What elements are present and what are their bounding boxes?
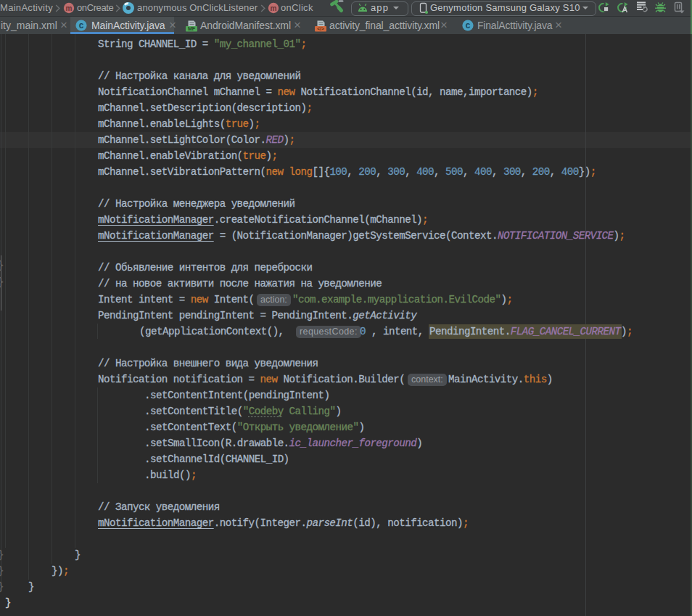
svg-text:C: C [466,22,471,30]
svg-text:m: m [271,4,277,12]
svg-text:C: C [79,22,84,30]
svg-text:m: m [66,4,73,12]
svg-text:</>: </> [317,26,324,31]
svg-text:MF: MF [188,26,196,31]
